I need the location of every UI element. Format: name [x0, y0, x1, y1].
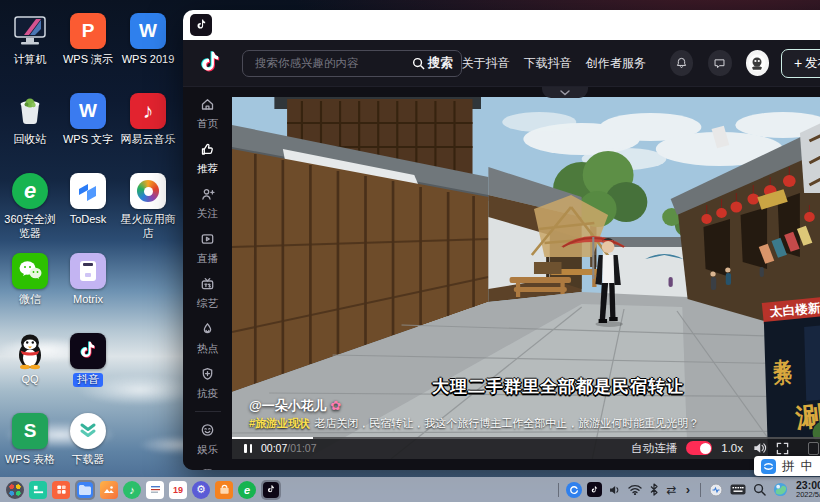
speed-button[interactable]: 1.0x: [721, 442, 743, 454]
douyin-taskbar-icon: [263, 482, 279, 498]
file-manager-active[interactable]: [75, 480, 95, 500]
douyin-logo: [197, 47, 224, 79]
sidebar-item-knowledge[interactable]: 知识: [183, 463, 232, 470]
desktop-icon-label: 计算机: [0, 53, 60, 67]
user-avatar[interactable]: [746, 50, 769, 76]
sidebar-item-trending[interactable]: 热点: [183, 317, 232, 362]
plus-icon: +: [794, 56, 802, 70]
volume-button[interactable]: [752, 441, 767, 455]
expand-chevron-icon[interactable]: ›: [683, 481, 693, 499]
input-method-bar[interactable]: 拼 中 ☽: [754, 456, 820, 476]
sidebar-item-live[interactable]: 直播: [183, 227, 232, 272]
wifi-icon[interactable]: [627, 481, 643, 499]
desktop-icon-netease-music[interactable]: ♪ 网易云音乐: [118, 92, 178, 147]
netease-music-icon: ♪: [130, 93, 166, 129]
chevron-down-icon: [560, 90, 570, 96]
desktop-icon-computer[interactable]: 计算机: [0, 12, 60, 67]
sidebar-item-entertainment[interactable]: 娱乐: [183, 418, 232, 463]
ime-lang[interactable]: 中: [801, 458, 814, 475]
link-creator-services[interactable]: 创作者服务: [586, 55, 646, 72]
link-download-douyin[interactable]: 下载抖音: [524, 55, 572, 72]
video-player[interactable]: 太白楼新品 老北京 涮 大理二手群里全部都是民宿转让 @一朵小花儿 ✿: [232, 97, 820, 459]
desktop-icon-downloader[interactable]: 下载器: [58, 412, 118, 467]
sogou-icon: [761, 459, 776, 474]
messages-button[interactable]: [708, 50, 731, 76]
partial-control-icon[interactable]: [808, 442, 819, 455]
desktop-icon-douyin[interactable]: 抖音: [58, 332, 118, 387]
volume-tray-icon[interactable]: [607, 481, 622, 499]
progress-bar[interactable]: [232, 437, 820, 439]
tv-icon: [199, 276, 216, 292]
sidebar-item-recommend[interactable]: 推荐: [183, 137, 232, 182]
calendar-icon[interactable]: 19: [169, 481, 187, 499]
launcher-icon[interactable]: [6, 481, 24, 499]
video-username[interactable]: @一朵小花儿 ✿: [249, 397, 341, 415]
desktop-icon-recycle-bin[interactable]: 回收站: [0, 92, 60, 147]
desktop-icon-spark-store[interactable]: 星火应用商店: [118, 172, 178, 241]
search-tray-icon[interactable]: [752, 481, 767, 499]
desktop-icon-motrix[interactable]: Motrix: [58, 252, 118, 307]
sidebar-item-follow[interactable]: 关注: [183, 182, 232, 227]
taskbar: ♪ 19 ⚙ e ⇄ › 23:00 2022/5/1: [0, 477, 820, 502]
window-titlebar[interactable]: [183, 10, 820, 40]
desktop-icon-wps-2019[interactable]: W WPS 2019: [118, 12, 178, 67]
douyin-icon: [70, 333, 106, 369]
notification-button[interactable]: [670, 50, 693, 76]
browser-360-taskbar-icon[interactable]: e: [238, 481, 256, 499]
douyin-active[interactable]: [261, 480, 281, 500]
desktop-icon-wps-spreadsheet[interactable]: S WPS 表格: [0, 412, 60, 467]
wps-writer-icon: W: [70, 93, 106, 129]
terminal-icon[interactable]: [29, 481, 47, 499]
video-subtitle: 大理二手群里全部都是民宿转让: [432, 375, 684, 398]
smiley-icon: [199, 422, 216, 438]
control-center-icon[interactable]: ⚙: [192, 481, 210, 499]
search-button[interactable]: 搜索: [412, 55, 453, 72]
qq-icon: [11, 332, 49, 370]
sidebar: 首页 推荐 关注 直播 综艺: [183, 87, 232, 470]
desktop-icon-wps-presentation[interactable]: P WPS 演示: [58, 12, 118, 67]
clock[interactable]: 23:00 2022/5/1: [796, 480, 820, 499]
autoplay-toggle[interactable]: [686, 441, 712, 455]
file-manager-icon: [77, 482, 93, 498]
window-app-icon: [190, 14, 212, 36]
pause-button[interactable]: [244, 444, 252, 453]
keyboard-icon[interactable]: [729, 481, 747, 499]
thumb-up-icon: [199, 141, 216, 157]
book-icon: [199, 467, 216, 470]
desktop-icon-qq[interactable]: QQ: [0, 332, 60, 387]
flower-emoji: ✿: [330, 398, 341, 413]
search-input[interactable]: [253, 56, 412, 70]
todesk-tray-icon[interactable]: [566, 482, 582, 498]
publish-button[interactable]: + 发布: [781, 49, 820, 78]
flame-icon: [199, 321, 216, 337]
browser-360-icon: e: [12, 173, 48, 209]
hashtag[interactable]: #旅游业现状: [249, 417, 310, 429]
video-caption: #旅游业现状老店关闭，民宿转让，我这个旅行博主工作全部中止，旅游业何时能重见光明…: [249, 416, 699, 431]
douyin-window: 搜索 关于抖音 下载抖音 创作者服务 + 发布: [183, 10, 820, 470]
desktop-icon-wps-writer[interactable]: W WPS 文字: [58, 92, 118, 147]
sidebar-item-home[interactable]: 首页: [183, 92, 232, 137]
search-icon: [412, 57, 425, 70]
music-icon[interactable]: ♪: [123, 481, 141, 499]
screen-recorder-icon[interactable]: [708, 481, 724, 499]
ime-pinyin[interactable]: 拼: [782, 458, 795, 475]
desktop-icon-browser-360[interactable]: e 360安全浏览器: [0, 172, 60, 241]
network-arrows-icon[interactable]: ⇄: [665, 481, 678, 499]
video-stage: 太白楼新品 老北京 涮 大理二手群里全部都是民宿转让 @一朵小花儿 ✿: [232, 87, 820, 470]
sidebar-item-anti-epidemic[interactable]: 抗疫: [183, 362, 232, 407]
douyin-tray-icon[interactable]: [587, 482, 602, 497]
fullscreen-button[interactable]: [776, 442, 789, 455]
text-editor-icon[interactable]: [146, 481, 164, 499]
bluetooth-icon[interactable]: [648, 481, 660, 499]
photos-icon[interactable]: [100, 481, 118, 499]
collapse-tab[interactable]: [542, 87, 588, 98]
player-controls: 00:07/01:07 自动连播 1.0x: [232, 437, 820, 459]
app-store-icon[interactable]: [215, 481, 233, 499]
sidebar-item-variety[interactable]: 综艺: [183, 272, 232, 317]
desktop-icon-wechat[interactable]: 微信: [0, 252, 60, 307]
app-grid-icon[interactable]: [52, 481, 70, 499]
weather-icon[interactable]: [772, 481, 788, 499]
link-about-douyin[interactable]: 关于抖音: [462, 55, 510, 72]
sidebar-divider: [195, 411, 221, 412]
desktop-icon-todesk[interactable]: ToDesk: [58, 172, 118, 227]
